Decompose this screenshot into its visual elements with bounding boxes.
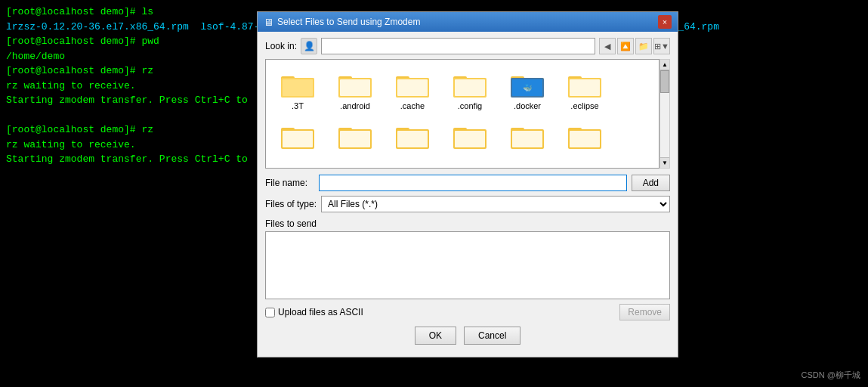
dialog-body: Look in: 👤 ◀ 🔼 📁 ⊞▼ bbox=[258, 32, 678, 357]
dialog-title-icon: 🖥 bbox=[264, 17, 273, 28]
ascii-checkbox[interactable] bbox=[265, 308, 275, 317]
file-label-config: .config bbox=[458, 101, 482, 111]
ascii-label: Upload files as ASCII bbox=[278, 307, 363, 317]
file-item-3t[interactable]: .3T bbox=[270, 66, 325, 114]
svg-text:🐳: 🐳 bbox=[523, 83, 533, 93]
svg-rect-39 bbox=[512, 131, 542, 147]
svg-rect-36 bbox=[455, 131, 485, 147]
file-item-8[interactable] bbox=[328, 117, 382, 156]
filename-input[interactable] bbox=[319, 175, 627, 191]
svg-rect-27 bbox=[283, 131, 313, 147]
dialog-title-text: Select Files to Send using Zmodem bbox=[277, 17, 420, 27]
svg-rect-3 bbox=[283, 79, 313, 96]
file-label-android: .android bbox=[340, 101, 370, 111]
toolbar-back-button[interactable]: ◀ bbox=[599, 38, 616, 54]
look-in-label: Look in: bbox=[265, 41, 297, 51]
toolbar-up-button[interactable]: 🔼 bbox=[617, 38, 634, 54]
filename-label: File name: bbox=[265, 178, 314, 188]
svg-rect-30 bbox=[340, 131, 370, 147]
scroll-down-button[interactable]: ▼ bbox=[660, 157, 669, 168]
toolbar-new-folder-button[interactable]: 📁 bbox=[635, 38, 652, 54]
files-to-send-box bbox=[265, 231, 670, 299]
file-item-12[interactable] bbox=[558, 117, 612, 156]
svg-rect-7 bbox=[340, 79, 370, 96]
cancel-button[interactable]: Cancel bbox=[464, 327, 520, 345]
ok-cancel-row: OK Cancel bbox=[265, 327, 670, 351]
file-item-7[interactable] bbox=[270, 117, 325, 156]
file-label-cache: .cache bbox=[400, 101, 425, 111]
user-icon: 👤 bbox=[301, 38, 317, 54]
files-to-send-label: Files to send bbox=[265, 218, 670, 229]
dialog-titlebar: 🖥 Select Files to Send using Zmodem × bbox=[258, 12, 678, 32]
add-button[interactable]: Add bbox=[632, 175, 670, 191]
watermark: CSDN @柳千城 bbox=[802, 370, 860, 381]
file-item-10[interactable] bbox=[443, 117, 497, 156]
file-browser[interactable]: .3T .android bbox=[265, 59, 659, 169]
svg-rect-15 bbox=[455, 79, 485, 96]
svg-rect-11 bbox=[397, 79, 428, 96]
dialog-overlay: 🖥 Select Files to Send using Zmodem × Lo… bbox=[0, 0, 868, 387]
remove-button[interactable]: Remove bbox=[619, 304, 670, 320]
filetype-row: Files of type: All Files (*.*) bbox=[265, 196, 670, 212]
filetype-dropdown[interactable]: All Files (*.*) bbox=[321, 196, 670, 212]
file-item-cache[interactable]: .cache bbox=[385, 66, 440, 114]
file-item-docker[interactable]: 🐳 .docker bbox=[500, 66, 554, 114]
file-item-config[interactable]: .config bbox=[443, 66, 497, 114]
file-label-3t: .3T bbox=[292, 101, 304, 111]
scroll-up-button[interactable]: ▲ bbox=[660, 60, 669, 70]
select-files-dialog: 🖥 Select Files to Send using Zmodem × Lo… bbox=[257, 11, 678, 358]
dialog-title-left: 🖥 Select Files to Send using Zmodem bbox=[264, 17, 420, 28]
toolbar-buttons: ◀ 🔼 📁 ⊞▼ bbox=[599, 38, 670, 54]
look-in-dropdown[interactable] bbox=[321, 38, 595, 54]
file-label-eclipse: .eclipse bbox=[570, 101, 598, 111]
svg-rect-42 bbox=[570, 131, 600, 147]
look-in-row: Look in: 👤 ◀ 🔼 📁 ⊞▼ bbox=[265, 38, 670, 54]
file-item-9[interactable] bbox=[385, 117, 440, 156]
ok-button[interactable]: OK bbox=[415, 327, 456, 345]
scroll-thumb[interactable] bbox=[660, 70, 669, 93]
scrollbar: ▲ ▼ bbox=[659, 59, 670, 169]
filetype-label: Files of type: bbox=[265, 199, 317, 209]
file-label-docker: .docker bbox=[514, 101, 541, 111]
file-browser-container: .3T .android bbox=[265, 59, 670, 169]
look-in-dropdown-wrapper bbox=[321, 38, 595, 54]
ascii-checkbox-row: Upload files as ASCII bbox=[265, 307, 363, 317]
filename-row: File name: Add bbox=[265, 175, 670, 191]
scroll-track bbox=[660, 70, 669, 157]
svg-rect-33 bbox=[397, 131, 428, 147]
file-item-11[interactable] bbox=[500, 117, 554, 156]
toolbar-view-button[interactable]: ⊞▼ bbox=[653, 38, 670, 54]
svg-rect-24 bbox=[570, 79, 600, 96]
bottom-controls: Upload files as ASCII Remove bbox=[265, 304, 670, 320]
dialog-close-button[interactable]: × bbox=[658, 15, 672, 29]
file-item-android[interactable]: .android bbox=[328, 66, 382, 114]
file-item-eclipse[interactable]: .eclipse bbox=[558, 66, 612, 114]
